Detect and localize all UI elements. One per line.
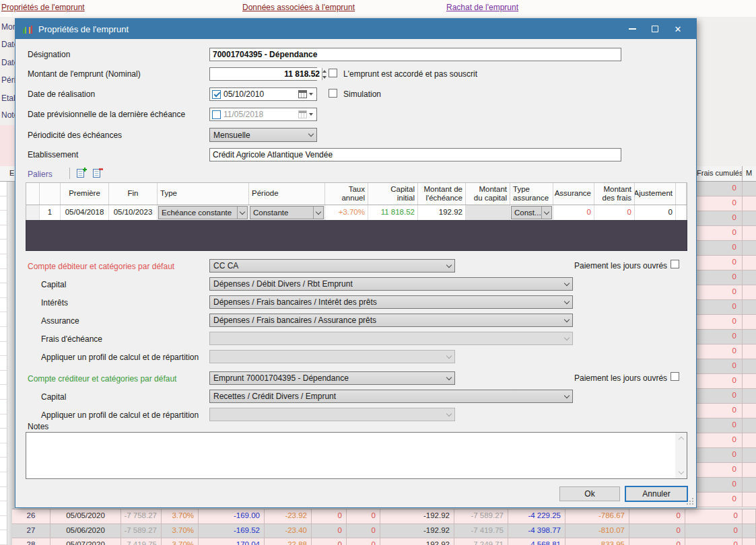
ok-button[interactable]: Ok [559, 486, 620, 501]
column-header: Fin [109, 183, 158, 205]
montant-input[interactable] [210, 68, 322, 80]
bg-table-row: 0 [697, 344, 756, 359]
chevron-down-icon [561, 332, 572, 344]
date-realisation-field[interactable]: 05/10/2010 [209, 87, 317, 101]
cell-select[interactable]: Constante [250, 206, 324, 219]
category-label: Appliquer un profil de calcul et de répa… [41, 410, 199, 420]
date-previsionnelle-value[interactable]: 11/05/2018 [221, 110, 297, 119]
table-cell: 0 [635, 205, 676, 220]
dialog-titlebar[interactable]: Propriétés de l'emprunt ✕ [15, 19, 696, 39]
table-cell [466, 205, 510, 220]
category-select[interactable]: Dépenses / Débit Divers / Rbt Emprunt [209, 277, 573, 291]
category-select-value: Dépenses / Frais bancaires / Assurance p… [210, 316, 561, 325]
category-select-value: Dépenses / Frais bancaires / Intérêt des… [210, 297, 561, 307]
bg-table-cell [743, 285, 756, 299]
table-cell: -169.00 [199, 509, 265, 523]
cell-select[interactable]: Const... [511, 206, 552, 219]
date-realisation-value[interactable]: 05/10/2010 [221, 89, 297, 99]
table-cell: -7 589.27 [454, 509, 508, 523]
montant-spinner[interactable] [322, 68, 327, 80]
bg-table-cell [743, 315, 756, 329]
category-label: Assurance [41, 316, 79, 326]
table-cell: 192.92 [418, 205, 466, 220]
cell-select-value: Echéance constante [159, 206, 237, 219]
bg-table-cell [743, 270, 756, 285]
link-rachat-emprunt[interactable]: Rachat de l'emprunt [446, 3, 518, 12]
table-cell[interactable]: Const... [510, 205, 553, 220]
category-select[interactable]: Dépenses / Frais bancaires / Assurance p… [209, 314, 573, 327]
bg-table-cell [743, 374, 756, 388]
scroll-up-icon[interactable] [675, 433, 687, 443]
maximize-icon[interactable] [644, 19, 666, 39]
table-cell: 05/05/2020 [50, 509, 121, 523]
toolbar-divider [69, 168, 70, 179]
table-cell: 0 [685, 538, 743, 545]
cell-select[interactable]: Echéance constante [158, 206, 248, 219]
category-select[interactable]: Recettes / Crédit Divers / Emprunt [209, 390, 573, 403]
table-cell: 0 [629, 538, 685, 545]
compte-crediteur-select[interactable]: Emprunt 70001704395 - Dépendance [209, 371, 455, 385]
table-cell[interactable]: Constante [249, 205, 325, 220]
simulation-checkbox[interactable] [329, 89, 337, 98]
category-select[interactable] [209, 332, 573, 345]
bg-label-periode: Pério [1, 75, 16, 85]
paiement-jours-ouvres-checkbox[interactable] [671, 372, 679, 381]
compte-debiteur-select[interactable]: CC CA [209, 259, 455, 272]
cell-select-value: Const... [512, 206, 541, 219]
link-donnees-associees[interactable]: Données associées à l'emprunt [242, 3, 355, 12]
bg-table-row: 0 [697, 270, 756, 285]
etablissement-input[interactable] [209, 148, 621, 161]
bg-table-row: 0 [697, 196, 756, 211]
bg-table-cell [743, 448, 756, 462]
background-links-bar: Propriétés de l'emprunt Données associée… [0, 0, 756, 17]
delete-palier-icon[interactable] [92, 167, 104, 178]
spin-down-icon[interactable] [322, 74, 327, 80]
calendar-icon[interactable] [297, 110, 314, 118]
date-previsionnelle-checkbox[interactable] [212, 110, 221, 119]
new-palier-icon[interactable] [76, 167, 88, 178]
bg-table-cell: 0 [697, 359, 743, 373]
bg-table-cell: 0 [697, 211, 743, 225]
resize-grip[interactable] [687, 498, 694, 505]
category-select[interactable] [209, 408, 455, 421]
column-header: Montant du capital [466, 183, 510, 205]
date-previsionnelle-label: Date prévisionnelle de la dernière échéa… [28, 110, 185, 119]
category-select[interactable]: Dépenses / Frais bancaires / Intérêt des… [209, 295, 573, 309]
table-cell[interactable]: Echéance constante [158, 205, 249, 220]
designation-input[interactable] [209, 48, 621, 61]
date-previsionnelle-field[interactable]: 11/05/2018 [209, 108, 317, 121]
close-icon[interactable]: ✕ [666, 19, 689, 39]
table-cell: 0 [347, 509, 380, 523]
calendar-icon[interactable] [297, 90, 314, 98]
category-select[interactable] [209, 350, 455, 363]
bg-table-cell [743, 300, 756, 314]
paiement-jours-ouvres-checkbox[interactable] [671, 260, 679, 268]
category-label: Capital [41, 392, 66, 402]
table-cell: -810.07 [565, 524, 629, 538]
spin-up-icon[interactable] [322, 68, 327, 74]
chevron-down-icon [313, 207, 323, 219]
notes-scrollbar[interactable] [675, 433, 687, 478]
chevron-down-icon [306, 129, 316, 141]
table-cell: -169.52 [199, 524, 265, 538]
bg-table-cell [743, 463, 756, 477]
minimize-icon[interactable] [621, 19, 644, 39]
montant-label: Montant de l'emprunt (Nominal) [28, 69, 141, 79]
paiement-jours-ouvres-label: Paiement les jours ouvrés [574, 373, 667, 383]
periodicite-select[interactable]: Mensuelle [209, 128, 317, 142]
screen: Propriétés de l'emprunt Données associée… [0, 0, 756, 545]
cancel-button[interactable]: Annuler [625, 486, 688, 502]
scroll-down-icon[interactable] [675, 468, 687, 478]
table-cell: 0 [594, 205, 635, 220]
table-cell: -4 229.25 [508, 509, 565, 523]
table-cell: -4 398.77 [508, 524, 565, 538]
bg-bottom-table: 2605/05/2020-7 758.273.70%-169.00-23.920… [12, 509, 756, 545]
notes-input[interactable] [26, 433, 687, 478]
column-header: Capital initial [368, 183, 418, 205]
link-proprietes-emprunt[interactable]: Propriétés de l'emprunt [1, 3, 85, 12]
date-realisation-checkbox[interactable] [212, 90, 221, 99]
category-row: Frais d'échéance [15, 332, 697, 346]
accorde-checkbox[interactable] [329, 69, 337, 77]
table-cell: 3.70% [162, 538, 199, 545]
bg-table-row: 0 [697, 285, 756, 300]
